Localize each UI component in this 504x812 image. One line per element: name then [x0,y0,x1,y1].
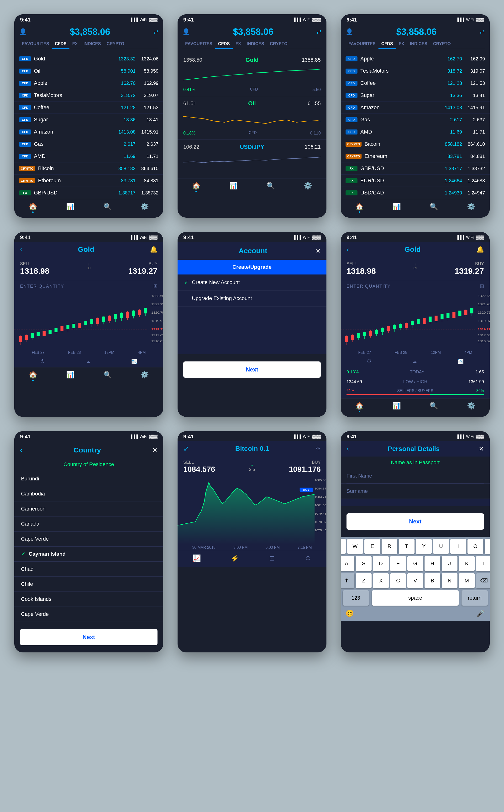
key-Q[interactable]: Q [341,539,346,554]
nav-home-2[interactable]: 🏠 [192,182,200,192]
key-shift[interactable]: ⬆ [341,573,354,588]
profile-icon-1[interactable]: 👤 [19,28,27,36]
key-X[interactable]: X [373,573,389,588]
nav-line-8[interactable]: 📈 [193,554,201,562]
key-J[interactable]: J [442,556,457,571]
country-close-7[interactable]: ✕ [152,446,157,454]
interval-1h[interactable]: ⏱ [38,358,47,365]
key-123[interactable]: 123 [343,590,369,605]
country-cayman[interactable]: ✓ Cayman Island [14,546,163,562]
market-row-eurusd-3[interactable]: FX EUR/USD 1.24664 1.24688 [341,174,490,187]
transfer-icon-3[interactable]: ⇄ [480,28,485,36]
market-row-sugar[interactable]: CFD Sugar 13.36 13.41 [14,114,163,126]
create-new-item-5[interactable]: ✓ Create New Account [178,275,326,291]
market-row-bitcoin-3[interactable]: CRYPTO Bitcoin 858.182 864.610 [341,138,490,150]
account-close-5[interactable]: ✕ [315,247,321,255]
nav-settings-6[interactable]: ⚙️ [467,402,475,412]
tab-crypto-2[interactable]: CRYPTO [267,39,290,49]
nav-home-6[interactable]: 🏠 [355,402,364,412]
key-O[interactable]: O [467,539,483,554]
interval-cloud-6[interactable]: ☁ [410,358,419,365]
key-U[interactable]: U [433,539,449,554]
market-row-gas-3[interactable]: CFD Gas 2.617 2.637 [341,114,490,126]
market-row-amazon-3[interactable]: CFD Amazon 1413.08 1415.91 [341,101,490,114]
nav-home-4[interactable]: 🏠 [29,371,37,381]
country-burundi[interactable]: Burundi [14,471,163,486]
nav-search-2[interactable]: 🔍 [267,182,275,192]
key-A[interactable]: A [341,556,354,571]
back-btn-9[interactable]: ‹ [347,445,349,453]
interval-chart-6[interactable]: 📉 [455,358,466,365]
key-L[interactable]: L [476,556,490,571]
market-row-eth[interactable]: CRYPTO Ethereum 83.781 84.881 [14,174,163,187]
country-cameroon[interactable]: Cameroon [14,501,163,516]
market-row-bitcoin[interactable]: CRYPTO Bitcoin 858.182 864.610 [14,162,163,174]
key-R[interactable]: R [382,539,397,554]
back-btn-7[interactable]: ‹ [20,446,22,454]
key-return[interactable]: return [462,590,488,605]
transfer-icon-1[interactable]: ⇄ [153,28,158,36]
key-Y[interactable]: Y [416,539,432,554]
profile-icon-3[interactable]: 👤 [346,28,353,36]
market-row-amd-3[interactable]: CFD AMD 11.69 11.71 [341,126,490,138]
tab-cfds-2[interactable]: CFDs [215,39,233,49]
nav-home-3[interactable]: 🏠 [355,202,364,213]
market-row-amd[interactable]: CFD AMD 11.69 11.71 [14,150,163,162]
nav-chart-3[interactable]: 📊 [393,202,401,213]
key-G[interactable]: G [407,556,423,571]
key-P[interactable]: P [485,539,490,554]
next-btn-5[interactable]: Next [183,361,321,378]
key-S[interactable]: S [356,556,372,571]
key-W[interactable]: W [347,539,363,554]
market-row-coffee[interactable]: CFD Coffee 121.28 121.53 [14,101,163,114]
nav-search-6[interactable]: 🔍 [430,402,438,412]
tab-cfds-3[interactable]: CFDs [378,39,396,49]
firstname-field-9[interactable]: First Name [341,468,490,483]
key-delete[interactable]: ⌫ [476,573,490,588]
tab-indices-2[interactable]: INDICES [244,39,267,49]
market-row-gas[interactable]: CFD Gas 2.617 2.637 [14,138,163,150]
nav-home-1[interactable]: 🏠 [29,202,37,213]
key-E[interactable]: E [364,539,380,554]
country-canada[interactable]: Canada [14,516,163,531]
key-D[interactable]: D [373,556,389,571]
chart-item-usdjpy[interactable]: 106.22 USD/JPY 106.21 [178,140,326,178]
key-V[interactable]: V [407,573,423,588]
nav-settings-2[interactable]: ⚙️ [304,182,312,192]
key-H[interactable]: H [425,556,440,571]
back-btn-8[interactable]: ⤢ [183,445,189,452]
nav-settings-3[interactable]: ⚙️ [467,202,475,213]
market-row-gbpusd-3[interactable]: FX GBP/USD 1.38717 1.38732 [341,162,490,174]
mic-icon[interactable]: 🎤 [477,610,485,617]
key-B[interactable]: B [425,573,440,588]
tab-fx-2[interactable]: FX [233,39,244,49]
back-btn-4[interactable]: ‹ [20,246,22,253]
market-row-apple-3[interactable]: CFD Apple 162.70 162.99 [341,53,490,65]
nav-settings-1[interactable]: ⚙️ [141,202,149,213]
key-T[interactable]: T [399,539,415,554]
market-row-sugar-3[interactable]: CFD Sugar 13.36 13.41 [341,89,490,101]
tab-fx-3[interactable]: FX [396,39,407,49]
market-row-tesla[interactable]: CFD TeslaMotors 318.72 319.07 [14,89,163,101]
tab-indices-1[interactable]: INDICES [81,39,104,49]
next-btn-9[interactable]: Next [347,513,484,530]
bell-icon-4[interactable]: 🔔 [150,246,157,253]
grid-icon-6[interactable]: ⊞ [480,283,484,289]
key-M[interactable]: M [459,573,475,588]
key-C[interactable]: C [390,573,406,588]
country-cambodia[interactable]: Cambodia [14,486,163,501]
market-row-amazon[interactable]: CFD Amazon 1413.08 1415.91 [14,126,163,138]
nav-frame-8[interactable]: ⊡ [269,554,275,562]
market-row-eth-3[interactable]: CRYPTO Ethereum 83.781 84.881 [341,150,490,162]
grid-icon-4[interactable]: ⊞ [153,283,157,289]
market-row-usdcad-3[interactable]: FX USD/CAD 1.24930 1.24947 [341,187,490,199]
upgrade-existing-item-5[interactable]: ✓ Upgrade Existing Account [178,291,326,307]
nav-chart-4[interactable]: 📊 [66,371,74,381]
transfer-icon-2[interactable]: ⇄ [316,28,322,36]
tab-fx-1[interactable]: FX [69,39,81,49]
country-chile[interactable]: Chile [14,577,163,592]
market-row-oil[interactable]: CFD Oil 58.901 58.959 [14,65,163,77]
create-upgrade-btn-5[interactable]: Create/Upgrade [178,260,326,275]
tab-cfds-1[interactable]: CFDs [52,39,69,49]
profile-icon-2[interactable]: 👤 [182,28,190,36]
